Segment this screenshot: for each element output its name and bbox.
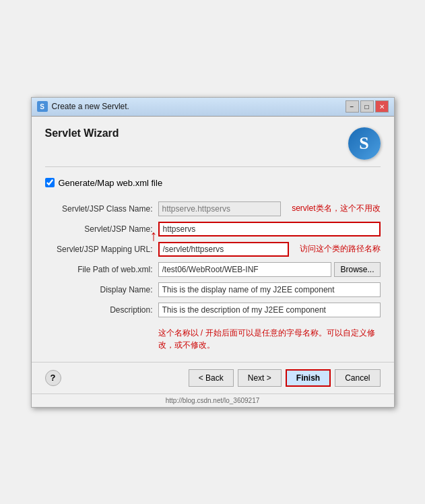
servlet-name-input[interactable] bbox=[158, 222, 381, 237]
generate-webxml-checkbox[interactable] bbox=[45, 178, 55, 187]
generate-webxml-label[interactable]: Generate/Map web.xml file bbox=[59, 178, 163, 188]
window-controls: − □ ✕ bbox=[346, 100, 389, 113]
description-input[interactable] bbox=[158, 303, 381, 317]
generate-webxml-row: Generate/Map web.xml file bbox=[45, 178, 381, 188]
display-name-label: Display Name: bbox=[45, 285, 153, 294]
mapping-url-row: Servlet/JSP Mapping URL: ↑ 访问这个类的路径名称 bbox=[45, 242, 381, 257]
title-bar: S Create a new Servlet. − □ ✕ bbox=[32, 98, 394, 117]
mapping-url-input[interactable] bbox=[158, 242, 289, 257]
wizard-logo: S bbox=[348, 127, 381, 160]
mapping-url-label: Servlet/JSP Mapping URL: bbox=[45, 245, 153, 254]
footer-right: < Back Next > Finish Cancel bbox=[189, 369, 381, 387]
webxml-path-row: File Path of web.xml: Browse... bbox=[45, 262, 381, 277]
next-button[interactable]: Next > bbox=[238, 369, 282, 387]
wizard-title: Servlet Wizard bbox=[45, 127, 119, 139]
finish-button[interactable]: Finish bbox=[286, 369, 331, 387]
back-button[interactable]: < Back bbox=[189, 369, 234, 387]
mapping-url-annotation: 访问这个类的路径名称 bbox=[300, 243, 381, 255]
description-label: Description: bbox=[45, 305, 153, 315]
main-window: S Create a new Servlet. − □ ✕ Servlet Wi… bbox=[31, 97, 395, 408]
servlet-name-row: Servlet/JSP Name: bbox=[45, 222, 381, 237]
cancel-button[interactable]: Cancel bbox=[335, 369, 380, 387]
display-name-row: Display Name: bbox=[45, 282, 381, 297]
footer-bar: ? < Back Next > Finish Cancel bbox=[32, 362, 394, 393]
form-section: Servlet/JSP Class Name: servlet类名，这个不用改 … bbox=[45, 201, 381, 317]
webxml-path-label: File Path of web.xml: bbox=[45, 265, 153, 274]
display-name-input[interactable] bbox=[158, 282, 381, 297]
class-name-label: Servlet/JSP Class Name: bbox=[45, 204, 153, 214]
description-row: Description: bbox=[45, 303, 381, 317]
wizard-header: Servlet Wizard S bbox=[45, 127, 381, 167]
window-title: Create a new Servlet. bbox=[52, 102, 341, 111]
class-name-annotation: servlet类名，这个不用改 bbox=[292, 203, 380, 214]
footer-left: ? bbox=[45, 370, 61, 386]
webxml-path-group: Browse... bbox=[158, 262, 381, 277]
wizard-content: Servlet Wizard S Generate/Map web.xml fi… bbox=[32, 117, 394, 362]
class-name-input bbox=[158, 201, 282, 216]
maximize-button[interactable]: □ bbox=[360, 100, 374, 113]
url-bar: http://blog.csdn.net/lo_3609217 bbox=[32, 393, 394, 407]
class-name-row: Servlet/JSP Class Name: servlet类名，这个不用改 bbox=[45, 201, 381, 216]
help-button[interactable]: ? bbox=[45, 370, 61, 386]
webxml-path-input[interactable] bbox=[158, 262, 332, 277]
servlet-name-label: Servlet/JSP Name: bbox=[45, 224, 153, 234]
minimize-button[interactable]: − bbox=[346, 100, 359, 113]
note-annotation: 这个名称以 / 开始后面可以是任意的字母名称。可以自定义修改，或不修改。 bbox=[158, 327, 381, 351]
window-icon: S bbox=[37, 101, 48, 112]
arrow-indicator: ↑ bbox=[150, 227, 158, 245]
close-button[interactable]: ✕ bbox=[375, 100, 389, 113]
browse-button[interactable]: Browse... bbox=[334, 262, 380, 277]
